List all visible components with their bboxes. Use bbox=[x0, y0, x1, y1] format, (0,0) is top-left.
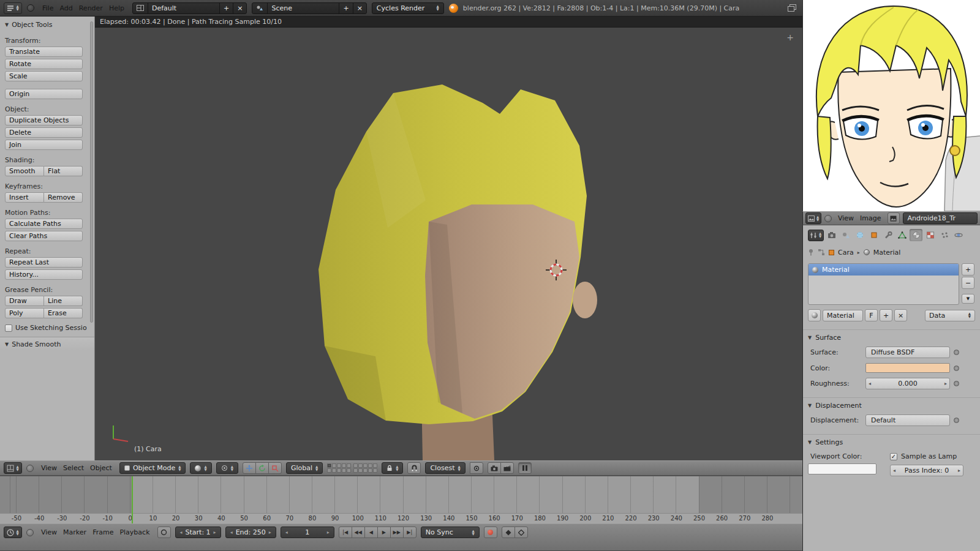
record-icon[interactable] bbox=[484, 527, 497, 538]
snap-self-icon[interactable] bbox=[470, 462, 483, 474]
tool-button-history-[interactable]: History... bbox=[5, 269, 83, 280]
render-engine-dropdown[interactable]: Cycles Render ▲▼ bbox=[372, 2, 444, 14]
image-name-field[interactable]: Androide18_Tr bbox=[903, 212, 978, 224]
layer-toggle[interactable] bbox=[368, 463, 372, 468]
node-socket-icon[interactable] bbox=[954, 350, 959, 355]
scale-manipulator-icon[interactable] bbox=[268, 462, 282, 474]
tool-button-duplicate-objects[interactable]: Duplicate Objects bbox=[5, 115, 83, 126]
menu-image[interactable]: Image bbox=[857, 214, 884, 222]
object-tools-panel-header[interactable]: ▼ Object Tools bbox=[5, 19, 89, 31]
node-socket-icon[interactable] bbox=[954, 418, 959, 423]
rotate-manipulator-icon[interactable] bbox=[255, 462, 269, 474]
menu-view[interactable]: View bbox=[38, 528, 60, 536]
pause-render-icon[interactable] bbox=[518, 462, 532, 474]
add-scene-button[interactable]: + bbox=[339, 2, 353, 14]
start-frame-field[interactable]: ◂ Start: 1 ▸ bbox=[175, 527, 221, 538]
stepper-right-icon[interactable]: ▸ bbox=[944, 381, 947, 386]
layer-toggle[interactable] bbox=[332, 463, 336, 468]
sample-as-lamp-checkbox[interactable]: ✓ Sample as Lamp bbox=[890, 452, 975, 460]
displacement-dropdown[interactable]: Default bbox=[865, 414, 950, 426]
tab-physics-icon[interactable] bbox=[952, 229, 965, 241]
preview-range-icon[interactable] bbox=[157, 527, 171, 538]
play-icon[interactable]: ▶ bbox=[377, 527, 391, 538]
layer-toggle[interactable] bbox=[358, 468, 363, 473]
sync-dropdown[interactable]: No Sync ▲▼ bbox=[421, 527, 480, 538]
add-slot-button[interactable]: + bbox=[962, 263, 974, 276]
browse-material-button[interactable] bbox=[808, 309, 821, 321]
menu-render[interactable]: Render bbox=[76, 4, 106, 12]
menu-marker[interactable]: Marker bbox=[60, 528, 89, 536]
tool-button-flat[interactable]: Flat bbox=[44, 166, 83, 176]
layer-toggle[interactable] bbox=[342, 468, 346, 473]
mode-dropdown[interactable]: Object Mode ▲▼ bbox=[119, 462, 186, 474]
collapse-menus-icon[interactable] bbox=[824, 215, 832, 222]
sketching-session-checkbox[interactable]: Use Sketching Sessio bbox=[5, 324, 89, 332]
delete-keyframe-icon[interactable] bbox=[514, 527, 528, 538]
add-layout-button[interactable]: + bbox=[219, 2, 233, 14]
layer-toggle[interactable] bbox=[327, 463, 331, 468]
pass-index-field[interactable]: ◂ Pass Index: 0 ▸ bbox=[890, 465, 963, 476]
screen-layout-icon[interactable] bbox=[132, 2, 148, 14]
unlink-material-button[interactable]: × bbox=[894, 309, 907, 321]
viewport-color-swatch[interactable] bbox=[808, 463, 876, 474]
end-frame-field[interactable]: ◂ End: 250 ▸ bbox=[225, 527, 276, 538]
jump-start-icon[interactable]: |◀ bbox=[339, 527, 352, 538]
tool-button-join[interactable]: Join bbox=[5, 140, 83, 150]
stepper-left-icon[interactable]: ◂ bbox=[230, 530, 233, 535]
layer-toggle[interactable] bbox=[363, 463, 368, 468]
material-slot-item[interactable]: Material bbox=[809, 264, 959, 276]
surface-panel-header[interactable]: ▼ Surface bbox=[803, 329, 980, 342]
tool-shelf-scrollbar[interactable] bbox=[90, 21, 93, 323]
pin-icon[interactable] bbox=[808, 249, 814, 256]
stepper-right-icon[interactable]: ▸ bbox=[214, 530, 216, 535]
tab-texture-icon[interactable] bbox=[924, 229, 937, 241]
editor-type-button[interactable]: ▲▼ bbox=[4, 527, 22, 538]
layer-toggle[interactable] bbox=[332, 468, 336, 473]
tool-button-origin[interactable]: Origin bbox=[5, 89, 83, 99]
viewport-3d[interactable]: Elapsed: 00:03.42 | Done | Path Tracing … bbox=[95, 17, 802, 460]
tab-world-icon[interactable] bbox=[853, 229, 866, 241]
tab-scene-icon[interactable] bbox=[839, 229, 852, 241]
breadcrumb-material[interactable]: Material bbox=[873, 249, 901, 257]
new-material-button[interactable]: + bbox=[880, 309, 892, 321]
snap-target-dropdown[interactable]: Closest ▲▼ bbox=[425, 462, 465, 474]
delete-scene-button[interactable]: × bbox=[353, 2, 367, 14]
prev-keyframe-icon[interactable]: ◀◀ bbox=[352, 527, 365, 538]
layer-toggle[interactable] bbox=[337, 463, 341, 468]
stepper-left-icon[interactable]: ◂ bbox=[893, 468, 895, 473]
tab-data-icon[interactable] bbox=[895, 229, 908, 241]
layer-toggle[interactable] bbox=[353, 468, 358, 473]
insert-keyframe-icon[interactable] bbox=[502, 527, 515, 538]
timeline-ruler[interactable]: -50-40-30-20-100102030405060708090100110… bbox=[0, 513, 802, 523]
delete-layout-button[interactable]: × bbox=[233, 2, 247, 14]
menu-object[interactable]: Object bbox=[87, 464, 115, 472]
collapse-menus-icon[interactable] bbox=[26, 529, 34, 536]
layer-toggle[interactable] bbox=[347, 463, 351, 468]
node-tree-icon[interactable] bbox=[818, 249, 825, 256]
tab-material-icon[interactable] bbox=[910, 229, 922, 241]
data-source-dropdown[interactable]: Data ▲▼ bbox=[925, 310, 975, 321]
layer-toggle[interactable] bbox=[373, 463, 377, 468]
tool-button-line[interactable]: Line bbox=[44, 296, 83, 306]
tool-button-remove[interactable]: Remove bbox=[44, 192, 83, 203]
layer-toggle[interactable] bbox=[358, 463, 363, 468]
tab-render-icon[interactable] bbox=[825, 229, 838, 241]
stepper-left-icon[interactable]: ◂ bbox=[285, 530, 288, 535]
orientation-dropdown[interactable]: Global ▲▼ bbox=[286, 462, 323, 474]
fake-user-button[interactable]: F bbox=[865, 309, 878, 321]
screen-layout-name[interactable]: Default bbox=[148, 2, 220, 14]
layer-toggle[interactable] bbox=[342, 463, 346, 468]
collapse-menus-icon[interactable] bbox=[27, 4, 34, 12]
play-reverse-icon[interactable]: ◀ bbox=[364, 527, 378, 538]
tool-button-repeat-last[interactable]: Repeat Last bbox=[5, 257, 83, 268]
scene-icon[interactable] bbox=[252, 2, 268, 14]
menu-add[interactable]: Add bbox=[56, 4, 75, 12]
breadcrumb-object[interactable]: Cara bbox=[838, 249, 854, 257]
tool-button-delete[interactable]: Delete bbox=[5, 127, 83, 138]
translate-manipulator-icon[interactable] bbox=[243, 462, 256, 474]
tool-button-clear-paths[interactable]: Clear Paths bbox=[5, 231, 83, 241]
lock-dropdown[interactable]: ▲▼ bbox=[382, 462, 403, 474]
window-icon[interactable] bbox=[788, 4, 796, 12]
tool-button-poly[interactable]: Poly bbox=[5, 308, 44, 318]
shade-smooth-panel-header[interactable]: ▼ Shade Smooth bbox=[0, 337, 94, 350]
